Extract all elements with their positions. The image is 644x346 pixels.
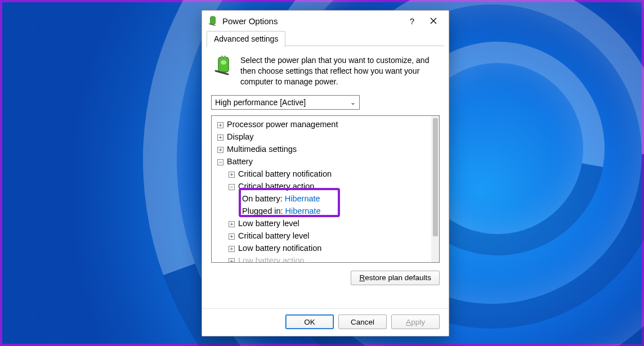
collapse-icon[interactable]: − [217,159,223,165]
svg-rect-2 [213,16,214,17]
expand-icon[interactable]: + [229,246,235,252]
titlebar[interactable]: Power Options ? [202,11,449,31]
collapse-icon[interactable]: − [229,184,235,190]
expand-icon[interactable]: + [217,122,223,128]
help-button[interactable]: ? [401,12,423,29]
power-options-dialog: Power Options ? Advanced settings Select… [202,10,449,336]
battery-plan-icon [213,55,234,75]
plugged-in-value[interactable]: Hibernate [285,206,321,215]
tree-node-critical-notification[interactable]: +Critical battery notification [215,168,439,180]
settings-tree: +Processor power management +Display +Mu… [211,115,440,263]
on-battery-value[interactable]: Hibernate [285,194,320,203]
svg-rect-1 [212,16,213,17]
intro-text: Select the power plan that you want to c… [240,55,440,87]
dialog-footer: OK Cancel Apply [202,308,449,336]
tab-advanced-settings[interactable]: Advanced settings [207,31,285,47]
desktop-wallpaper: Power Options ? Advanced settings Select… [0,0,644,346]
close-button[interactable] [423,12,444,29]
power-options-icon [208,16,218,26]
svg-rect-4 [221,56,223,58]
expand-icon[interactable]: + [229,172,235,178]
close-icon [430,17,437,24]
expand-icon[interactable]: + [229,233,235,240]
tab-strip: Advanced settings [202,31,449,47]
chevron-down-icon: ⌄ [350,98,356,106]
power-plan-dropdown[interactable]: High performance [Active] ⌄ [211,95,360,110]
expand-icon[interactable]: + [229,221,235,227]
scrollbar-thumb[interactable] [433,118,438,236]
expand-icon[interactable]: + [217,134,223,141]
tree-node-low-action[interactable]: +Low battery action [215,254,439,262]
tree-node-critical-level[interactable]: +Critical battery level [215,230,439,242]
ok-button[interactable]: OK [285,314,334,329]
tree-node-critical-action[interactable]: −Critical battery action [215,180,439,192]
expand-icon[interactable]: + [229,258,235,262]
cancel-button[interactable]: Cancel [338,314,387,329]
setting-plugged-in[interactable]: Plugged in: Hibernate [215,205,439,217]
apply-button[interactable]: Apply [391,314,440,329]
setting-on-battery[interactable]: On battery: Hibernate [215,192,439,205]
tree-node-processor[interactable]: +Processor power management [215,118,439,131]
svg-point-6 [221,60,226,65]
power-plan-selected: High performance [Active] [215,98,306,107]
tree-node-display[interactable]: +Display [215,131,439,143]
svg-rect-5 [224,56,226,58]
restore-defaults-button[interactable]: Restore plan defaults [351,271,440,285]
tree-node-low-level[interactable]: +Low battery level [215,217,439,230]
svg-rect-0 [211,17,216,25]
tree-scrollbar[interactable] [431,116,439,262]
tree-node-multimedia[interactable]: +Multimedia settings [215,143,439,155]
window-title: Power Options [222,16,401,26]
expand-icon[interactable]: + [217,147,223,153]
tree-node-low-notification[interactable]: +Low battery notification [215,242,439,254]
tree-node-battery[interactable]: −Battery [215,155,439,168]
